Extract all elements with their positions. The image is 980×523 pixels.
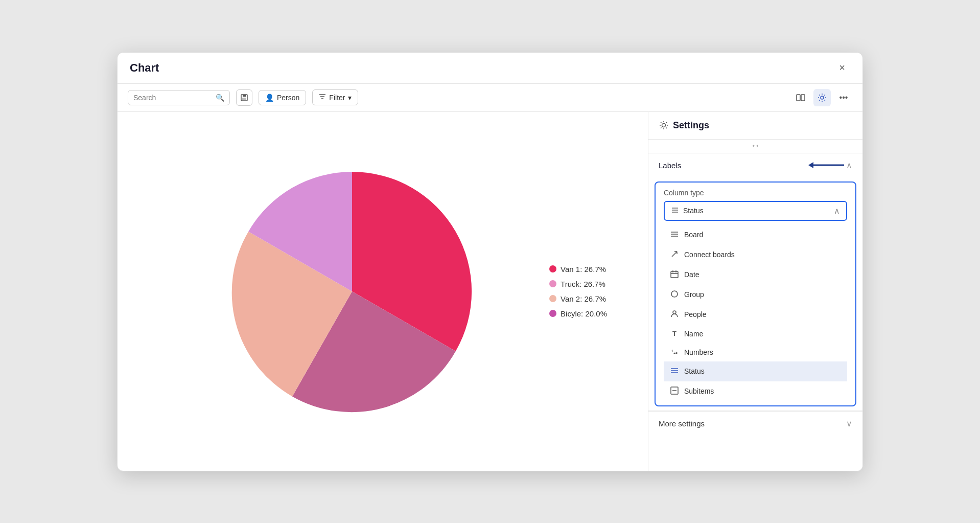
pie-chart <box>219 158 485 424</box>
legend-label-truck: Truck: 26.7% <box>561 280 605 288</box>
subitems-icon <box>670 386 679 396</box>
legend-dot-truck <box>549 280 556 287</box>
svg-marker-11 <box>808 162 813 168</box>
column-type-dropdown-menu: Board Connect boards <box>664 225 847 401</box>
dropdown-item-group-label: Group <box>684 290 704 299</box>
connect-boards-icon <box>670 250 679 260</box>
column-type-label: Column type <box>664 189 847 197</box>
dropdown-item-board-label: Board <box>684 231 703 239</box>
filter-chevron-icon: ▾ <box>348 94 352 102</box>
legend-item-bicycle: Bicyle: 20.0% <box>549 309 607 318</box>
settings-button[interactable] <box>813 89 831 106</box>
modal-header: Chart × <box>118 53 862 84</box>
dropdown-item-numbers[interactable]: ¹₂₃ Numbers <box>664 343 847 361</box>
person-button[interactable]: 👤 Person <box>259 90 306 105</box>
save-icon <box>240 94 248 102</box>
person-label: Person <box>277 94 299 102</box>
sidebar-content: • • Labels ∧ <box>648 140 862 471</box>
search-input[interactable] <box>133 94 213 102</box>
dropdown-item-numbers-label: Numbers <box>684 348 713 356</box>
dropdown-item-connect-boards[interactable]: Connect boards <box>664 245 847 265</box>
filter-button[interactable]: Filter ▾ <box>312 89 358 105</box>
search-box[interactable]: 🔍 <box>128 90 230 105</box>
legend-item-truck: Truck: 26.7% <box>549 280 607 288</box>
legend-label-van2: Van 2: 26.7% <box>561 294 606 303</box>
dropdown-item-subitems-label: Subitems <box>684 387 714 395</box>
column-type-dropdown[interactable]: Status ∧ <box>664 201 847 221</box>
legend-item-van1: Van 1: 26.7% <box>549 265 607 274</box>
gear-icon <box>818 93 827 102</box>
settings-title: Settings <box>673 120 709 131</box>
chart-area: Van 1: 26.7% Truck: 26.7% Van 2: 26.7% B… <box>118 112 648 471</box>
legend-dot-van2 <box>549 295 556 302</box>
date-icon <box>670 270 679 280</box>
labels-section-header[interactable]: Labels ∧ <box>648 153 862 177</box>
svg-rect-2 <box>242 98 246 100</box>
more-settings-section[interactable]: More settings ∨ <box>648 411 862 436</box>
dropdown-item-connect-boards-label: Connect boards <box>684 251 735 259</box>
dropdown-item-status[interactable]: Status <box>664 361 847 381</box>
toolbar: 🔍 👤 Person Filter ▾ <box>118 84 862 112</box>
dropdown-item-board[interactable]: Board <box>664 225 847 245</box>
settings-header: Settings <box>648 112 862 140</box>
more-settings-chevron-icon: ∨ <box>846 419 852 428</box>
name-icon: T <box>670 330 679 337</box>
toolbar-right: ••• <box>792 89 852 106</box>
dropdown-item-date-label: Date <box>684 270 699 279</box>
dropdown-trigger-left: Status <box>671 206 704 216</box>
chart-modal: Chart × 🔍 👤 Person <box>117 52 863 471</box>
settings-gear-icon <box>659 120 669 130</box>
close-button[interactable]: × <box>834 60 850 76</box>
settings-sidebar: Settings • • Labels <box>648 112 862 471</box>
svg-point-8 <box>821 96 824 99</box>
svg-point-9 <box>662 124 666 127</box>
svg-point-23 <box>673 311 676 314</box>
filter-label: Filter <box>329 94 345 102</box>
svg-rect-18 <box>671 271 678 278</box>
dropdown-item-people-label: People <box>684 310 707 319</box>
svg-rect-6 <box>797 95 800 101</box>
dropdown-item-people[interactable]: People <box>664 305 847 325</box>
modal-title: Chart <box>130 61 159 75</box>
dropdown-item-date[interactable]: Date <box>664 265 847 285</box>
svg-point-22 <box>671 291 678 297</box>
legend-label-bicycle: Bicyle: 20.0% <box>561 309 607 318</box>
split-view-button[interactable] <box>792 89 809 106</box>
labels-section: Labels ∧ <box>648 153 862 411</box>
legend-label-van1: Van 1: 26.7% <box>561 265 606 274</box>
search-icon: 🔍 <box>216 94 224 102</box>
dropdown-chevron-up-icon: ∧ <box>834 206 840 216</box>
dropdown-item-status-label: Status <box>684 367 705 375</box>
dropdown-item-name-label: Name <box>684 330 703 338</box>
status-list-icon <box>670 367 679 376</box>
collapse-chevron-icon: ∧ <box>846 161 852 170</box>
filter-icon <box>319 93 326 102</box>
dropdown-selected-value: Status <box>683 207 704 215</box>
legend-dot-van1 <box>549 265 556 272</box>
board-icon <box>670 230 679 240</box>
more-options-button[interactable]: ••• <box>835 89 852 106</box>
labels-section-title: Labels <box>659 161 681 170</box>
dropdown-item-name[interactable]: T Name <box>664 325 847 343</box>
svg-rect-1 <box>243 95 246 97</box>
people-icon <box>670 310 679 320</box>
blue-arrow-indicator <box>808 161 844 169</box>
svg-rect-7 <box>801 95 805 101</box>
more-settings-label: More settings <box>659 419 705 428</box>
more-dots-icon: ••• <box>839 93 848 102</box>
save-button[interactable] <box>236 89 252 106</box>
status-icon <box>671 206 679 216</box>
arrow-indicator: ∧ <box>808 161 852 170</box>
dropdown-item-group[interactable]: Group <box>664 285 847 305</box>
column-type-section: Column type <box>655 181 856 406</box>
group-icon <box>670 290 679 300</box>
main-content: Van 1: 26.7% Truck: 26.7% Van 2: 26.7% B… <box>118 112 862 471</box>
chart-legend: Van 1: 26.7% Truck: 26.7% Van 2: 26.7% B… <box>549 265 607 318</box>
person-icon: 👤 <box>265 94 274 102</box>
pie-chart-container <box>219 158 485 424</box>
legend-item-van2: Van 2: 26.7% <box>549 294 607 303</box>
numbers-icon: ¹₂₃ <box>670 349 679 355</box>
dropdown-item-subitems[interactable]: Subitems <box>664 381 847 401</box>
legend-dot-bicycle <box>549 310 556 317</box>
